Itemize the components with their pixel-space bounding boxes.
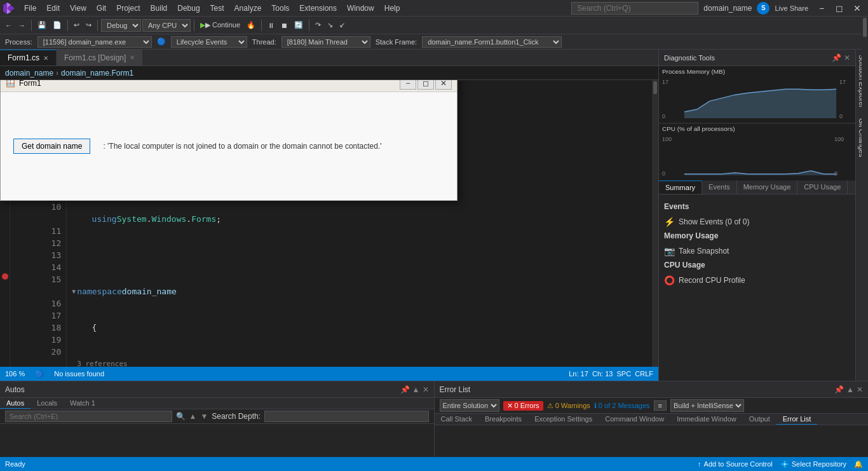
bp-tab-errorlist[interactable]: Error List — [776, 414, 818, 425]
autos-panel-close[interactable]: ✕ — [423, 385, 429, 394]
autos-tab-locals[interactable]: Locals — [31, 398, 64, 409]
menu-debug[interactable]: Debug — [172, 0, 205, 16]
toolbar-sep2 — [67, 20, 68, 31]
search-icon: 🔍 — [176, 412, 186, 421]
lifecycle-select[interactable]: Lifecycle Events — [171, 36, 247, 48]
get-domain-button[interactable]: Get domain name — [13, 139, 90, 154]
menu-help[interactable]: Help — [379, 0, 405, 16]
debug-mode-select[interactable]: Debug — [101, 19, 141, 32]
menu-extensions[interactable]: Extensions — [294, 0, 342, 16]
tab-form1-design-close[interactable]: ✕ — [130, 54, 135, 61]
toolbar-new[interactable]: 📄 — [50, 20, 64, 31]
menu-git[interactable]: Git — [92, 0, 111, 16]
status-notifications[interactable]: 🔔 — [854, 460, 863, 468]
diag-tab-summary[interactable]: Summary — [659, 181, 702, 194]
menu-analyze[interactable]: Analyze — [229, 0, 267, 16]
solution-title: domain_name — [703, 4, 752, 13]
bp-tab-callstack[interactable]: Call Stack — [435, 414, 479, 425]
form1-restore[interactable]: ◻ — [417, 80, 434, 90]
error-panel-pin[interactable]: 📌 — [834, 385, 844, 394]
errors-badge[interactable]: ✕ 0 Errors — [503, 401, 543, 411]
toolbar-step-over[interactable]: ↷ — [313, 20, 323, 31]
continue-button[interactable]: ▶ ▶ Continue — [198, 20, 243, 31]
status-add-source[interactable]: ↑ Add to Source Control — [698, 460, 773, 468]
toolbar-save[interactable]: 💾 — [35, 20, 49, 31]
autos-tab-watch1[interactable]: Watch 1 — [64, 398, 102, 409]
menu-project[interactable]: Project — [111, 0, 145, 16]
toolbar-restart[interactable]: 🔄 — [292, 20, 306, 31]
diag-header-controls: 📌 ✕ — [832, 53, 850, 62]
build-select[interactable]: Build + IntelliSense — [670, 399, 744, 412]
record-cpu-item[interactable]: ⭕ Record CPU Profile — [664, 273, 850, 287]
restore-button[interactable]: ◻ — [831, 0, 848, 17]
search-depth-input[interactable] — [264, 411, 429, 422]
avatar: S — [757, 2, 770, 15]
toolbar-forward[interactable]: → — [16, 20, 28, 31]
stack-select[interactable]: domain_name.Form1.button1_Click — [422, 36, 562, 48]
show-events-item[interactable]: ⚡ Show Events (0 of 0) — [664, 215, 850, 229]
status-select-repo[interactable]: 💠 Select Repository — [780, 460, 846, 468]
warnings-badge[interactable]: ⚠ 0 Warnings — [547, 402, 590, 410]
code-editor[interactable]: 1 2 3 4 5 6 7 8 3 references 9 10 1 refe… — [0, 80, 658, 367]
autos-panel: Autos 📌 ▲ ✕ Autos Locals Watch 1 🔍 ▲ ▼ S… — [0, 381, 435, 457]
toolbar-step-in[interactable]: ↘ — [325, 20, 336, 31]
bp-tab-output[interactable]: Output — [743, 414, 776, 425]
tab-form1-cs-close[interactable]: ✕ — [43, 55, 48, 62]
take-snapshot-item[interactable]: 📷 Take Snapshot — [664, 244, 850, 258]
menu-edit[interactable]: Edit — [41, 0, 65, 16]
zoom-level[interactable]: 106 % — [5, 370, 25, 378]
toolbar-stop[interactable]: ⏹ — [278, 20, 290, 31]
error-panel-close[interactable]: ✕ — [857, 385, 863, 394]
diag-tab-memory[interactable]: Memory Usage — [737, 181, 798, 194]
close-button[interactable]: ✕ — [849, 0, 865, 17]
toolbar-hot-reload[interactable]: 🔥 — [244, 20, 258, 31]
autos-down-arrow[interactable]: ▼ — [200, 412, 208, 421]
breadcrumb-right[interactable]: domain_name.Form1 — [61, 69, 133, 78]
form1-minimize[interactable]: − — [400, 80, 416, 90]
form1-close[interactable]: ✕ — [435, 80, 452, 90]
autos-panel-expand[interactable]: ▲ — [412, 385, 420, 394]
window-controls: − ◻ ✕ — [813, 0, 865, 17]
toolbar-back[interactable]: ← — [3, 20, 15, 31]
menu-build[interactable]: Build — [146, 0, 173, 16]
diag-scrollbar[interactable] — [862, 50, 868, 271]
filter-button[interactable]: ≡ — [654, 400, 667, 411]
toolbar-pause[interactable]: ⏸ — [265, 20, 277, 31]
menu-test[interactable]: Test — [205, 0, 229, 16]
status-icon: 🔵 — [35, 370, 44, 378]
vertical-scrollbar[interactable] — [652, 80, 658, 367]
diag-tab-cpu[interactable]: CPU Usage — [797, 181, 848, 194]
bp-tab-exceptions[interactable]: Exception Settings — [528, 414, 599, 425]
svg-text:0: 0 — [839, 113, 843, 119]
diag-pin[interactable]: 📌 — [832, 53, 841, 62]
toolbar-undo[interactable]: ↩ — [71, 20, 82, 31]
menu-search[interactable] — [571, 2, 698, 15]
diag-close[interactable]: ✕ — [844, 53, 850, 62]
autos-search-input[interactable] — [5, 411, 172, 422]
autos-panel-pin[interactable]: 📌 — [400, 385, 410, 394]
bp-tab-immediate[interactable]: Immediate Window — [670, 414, 743, 425]
menu-tools[interactable]: Tools — [266, 0, 294, 16]
breadcrumb-left[interactable]: domain_name — [5, 69, 53, 78]
error-scope-select[interactable]: Entire Solution — [440, 399, 499, 412]
menu-file[interactable]: File — [19, 0, 41, 16]
autos-tab-autos[interactable]: Autos — [0, 398, 31, 409]
messages-badge[interactable]: ℹ 0 of 2 Messages — [594, 402, 650, 410]
error-panel-expand[interactable]: ▲ — [846, 385, 854, 394]
toolbar-step-out[interactable]: ↙ — [337, 20, 348, 31]
tab-form1-cs[interactable]: Form1.cs ✕ — [0, 50, 57, 65]
toolbar-redo[interactable]: ↪ — [83, 20, 94, 31]
bp-tab-breakpoints[interactable]: Breakpoints — [478, 414, 528, 425]
menu-view[interactable]: View — [65, 0, 92, 16]
cpu-select[interactable]: Any CPU — [142, 19, 191, 32]
bp-tab-command[interactable]: Command Window — [599, 414, 670, 425]
process-select[interactable]: [11596] domain_name.exe — [37, 36, 152, 48]
diag-tab-events[interactable]: Events — [702, 181, 737, 194]
thread-select[interactable]: [8180] Main Thread — [281, 36, 370, 48]
breakpoint-17[interactable] — [2, 273, 8, 280]
tab-form1-design[interactable]: Form1.cs [Design] ✕ — [57, 50, 143, 65]
menu-window[interactable]: Window — [342, 0, 379, 16]
minimize-button[interactable]: − — [813, 0, 830, 17]
live-share-label[interactable]: Live Share — [775, 4, 808, 12]
autos-up-arrow[interactable]: ▲ — [189, 412, 197, 421]
